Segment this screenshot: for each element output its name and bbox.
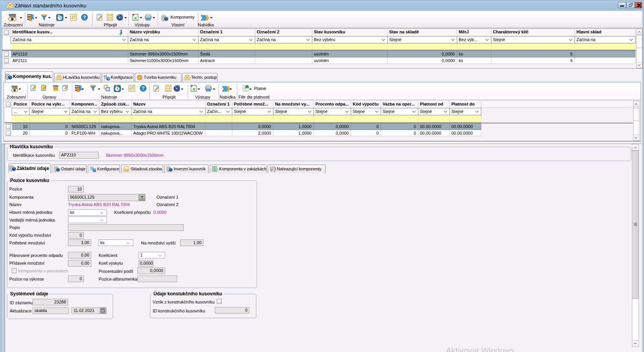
svg-text:x: x — [193, 87, 195, 91]
svg-text:?: ? — [142, 86, 144, 91]
svg-text:?: ? — [83, 15, 86, 20]
svg-text:x: x — [134, 16, 137, 20]
